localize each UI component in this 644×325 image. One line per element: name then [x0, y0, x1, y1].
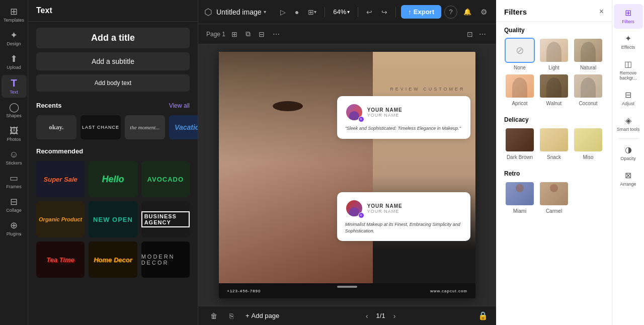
filter-natural[interactable]: Natural	[573, 38, 604, 70]
filter-coconut[interactable]: Coconut	[573, 73, 604, 106]
export-label: Export	[414, 8, 434, 16]
doc-title[interactable]: Untitled image ▾	[216, 8, 266, 16]
recents-section-header: Recents View all	[28, 98, 198, 113]
rec-item-teatime[interactable]: Tea Time	[36, 241, 85, 278]
right-sidebar-remove-bg[interactable]: ◫ Remove backgr...	[614, 55, 643, 86]
add-title-button[interactable]: Add a title	[36, 28, 190, 48]
rec-text: Home Decor	[94, 256, 132, 264]
pagination-left: 🗑 ⎘ + Add page	[206, 310, 283, 322]
filter-label-apricot: Apricot	[512, 101, 527, 106]
export-button[interactable]: ↑ Export	[401, 5, 441, 19]
sidebar-item-label: Upload	[7, 65, 21, 70]
add-body-button[interactable]: Add body text	[36, 74, 190, 92]
sidebar-item-text[interactable]: T Text	[2, 75, 27, 98]
prev-page-button[interactable]: ‹	[362, 310, 372, 322]
sidebar-item-stickers[interactable]: ☺ Stickers	[2, 147, 27, 169]
right-sidebar-opacity[interactable]: ◑ Opacity	[614, 141, 643, 166]
rec-item-organic[interactable]: Organic Product	[36, 201, 85, 237]
notifications-button[interactable]: 🔔	[460, 6, 474, 18]
name-block-2: YOUR NAME YOUR NAME	[367, 203, 403, 214]
filter-light[interactable]: Light	[538, 38, 570, 70]
rec-item-avocado[interactable]: AVOCADO	[141, 161, 190, 197]
view-all-link[interactable]: View all	[169, 102, 190, 109]
next-page-button[interactable]: ›	[389, 310, 400, 322]
right-sidebar-arrange[interactable]: ⊠ Arrange	[614, 167, 643, 191]
add-subtitle-button[interactable]: Add a subtitle	[36, 52, 190, 70]
draw-tool[interactable]: ●	[292, 6, 302, 18]
zoom-control[interactable]: 64% ▾	[330, 6, 353, 18]
sidebar-item-upload[interactable]: ⬆ Upload	[2, 51, 27, 73]
recent-item-lastchance[interactable]: LAST CHANCE	[80, 115, 121, 139]
sidebar-item-shapes[interactable]: ◯ Shapes	[2, 100, 27, 121]
help-button[interactable]: ?	[444, 6, 457, 19]
design-icon: ✦	[10, 31, 18, 40]
filter-thumb-walnut	[539, 73, 569, 99]
canvas-tool-grid[interactable]: ⊟	[257, 28, 267, 40]
card1-subname: YOUR NAME	[367, 113, 403, 118]
filter-thumb-none: ⊘	[505, 38, 535, 63]
rec-item-moderndecor[interactable]: MODERN DECOR	[141, 241, 190, 278]
sidebar-item-collage[interactable]: ⊟ Collage	[2, 194, 27, 216]
rec-item-supersale[interactable]: Super Sale	[36, 161, 85, 197]
filter-fig	[546, 42, 561, 62]
settings-button[interactable]: ⚙	[477, 6, 490, 19]
recent-item-moment[interactable]: the moment...	[125, 115, 165, 139]
right-sidebar-effects[interactable]: ✦ Effects	[614, 30, 643, 54]
recommended-label: Recommended	[36, 147, 83, 155]
canvas-tool-layers[interactable]: ⧉	[244, 28, 253, 40]
sidebar-item-label: Stickers	[6, 160, 22, 166]
canvas-right-btn1[interactable]: ⊡	[465, 28, 475, 40]
sidebar-item-photos[interactable]: 🖼 Photos	[2, 123, 27, 145]
filter-darkbrown[interactable]: Dark Brown	[504, 127, 535, 160]
sidebar-item-design[interactable]: ✦ Design	[2, 28, 27, 49]
recent-item-okay[interactable]: okay.	[36, 115, 76, 139]
filter-snack[interactable]: Snack	[538, 127, 570, 160]
arrange-icon: ⊠	[625, 171, 631, 180]
filter-fig-face-miami	[516, 184, 524, 192]
sidebar-item-frames[interactable]: ▭ Frames	[2, 171, 27, 192]
rec-item-newopen[interactable]: NEW OPEN	[89, 201, 137, 237]
rec-item-hello[interactable]: Hello	[89, 161, 137, 197]
right-sidebar-filters[interactable]: ⊞ Filters	[614, 4, 643, 29]
recents-row: okay. LAST CHANCE the moment... Vacation…	[28, 113, 198, 143]
sidebar-item-templates[interactable]: ⊞ Templates	[2, 4, 27, 26]
filter-none[interactable]: ⊘ None	[504, 38, 535, 70]
grid-tool[interactable]: ⊞ ▾	[305, 6, 319, 18]
rec-item-bizagency[interactable]: Business Agency	[141, 201, 190, 237]
panel-header: Text	[28, 0, 198, 22]
filters-close-button[interactable]: ×	[599, 7, 604, 16]
page-action-btn1[interactable]: 🗑	[206, 310, 221, 322]
canvas-tool-more[interactable]: ⋯	[271, 28, 282, 40]
redo-button[interactable]: ↪	[378, 6, 390, 18]
filter-apricot[interactable]: Apricot	[504, 73, 535, 106]
upload-icon: ⬆	[10, 54, 18, 63]
filter-label-light: Light	[548, 65, 559, 70]
name-block-1: YOUR NAME YOUR NAME	[367, 107, 403, 118]
page-action-btn2[interactable]: ⎘	[225, 310, 237, 322]
rs-filters-label: Filters	[622, 19, 634, 25]
filter-miami[interactable]: Miami	[504, 181, 535, 214]
card2-header: + YOUR NAME YOUR NAME	[345, 199, 462, 217]
review-card-2[interactable]: + YOUR NAME YOUR NAME Minimalist Makeup …	[337, 192, 470, 241]
select-tool[interactable]: ▷	[277, 6, 289, 18]
undo-button[interactable]: ↩	[363, 6, 375, 18]
recent-item-vacation[interactable]: Vacation	[169, 115, 198, 139]
sidebar-item-plugins[interactable]: ⊕ Plugins	[2, 218, 27, 239]
adjust-icon: ⊟	[625, 90, 631, 100]
rec-item-homedecor[interactable]: Home Decor	[89, 241, 137, 278]
right-sidebar-smart-tools[interactable]: ◈ Smart tools	[614, 112, 643, 136]
retro-filter-grid: Miami Carmel	[504, 181, 604, 214]
right-sidebar-adjust[interactable]: ⊟ Adjust	[614, 86, 643, 111]
delicacy-filter-grid: Dark Brown Snack Miso	[504, 127, 604, 160]
canvas-tool-expand[interactable]: ⊞	[229, 28, 239, 40]
add-page-button[interactable]: + Add page	[242, 310, 283, 322]
filter-thumb-miso	[573, 127, 603, 152]
canvas-right-btn2[interactable]: ⋯	[477, 28, 488, 40]
filter-thumb-coconut	[573, 73, 603, 99]
filter-miso[interactable]: Miso	[573, 127, 604, 160]
filter-walnut[interactable]: Walnut	[538, 73, 570, 106]
text-panel: Text Add a title Add a subtitle Add body…	[28, 0, 198, 325]
lock-button[interactable]: 🔒	[478, 311, 488, 320]
filter-carmel[interactable]: Carmel	[538, 181, 570, 214]
review-card-1[interactable]: + YOUR NAME YOUR NAME "Sleek and Sophist…	[337, 96, 470, 139]
